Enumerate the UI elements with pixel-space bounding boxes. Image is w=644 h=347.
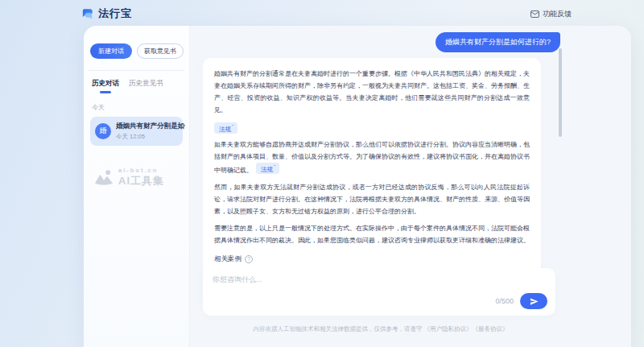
main-card: 新建对话 获取意见书 历史对话 历史意见书 今天 婚 婚姻共有财产分割是如何..… bbox=[84, 26, 631, 347]
answer-paragraph: 如果夫妻双方能够自愿协商并达成财产分割协议，那么他们可以依据协议进行分割。协议内… bbox=[214, 138, 530, 176]
chat-item-title: 婚姻共有财产分割是如何... bbox=[116, 122, 185, 131]
watermark-logo-icon bbox=[93, 169, 114, 185]
brand-name: 法行宝 bbox=[98, 6, 132, 21]
citation-row: 法规ˆ bbox=[214, 119, 530, 134]
get-opinion-button[interactable]: 获取意见书 bbox=[137, 43, 184, 59]
law-citation-tag[interactable]: 法规ˆ bbox=[214, 122, 237, 134]
privacy-policy-link[interactable]: 《用户隐私协议》 bbox=[424, 325, 473, 333]
top-header: 法行宝 功能反馈 bbox=[0, 0, 644, 26]
disclaimer-text: 内容依据人工智能技术和相关法律数据提供，仅供参考，请遵守 bbox=[253, 325, 422, 333]
history-chat-item[interactable]: 婚 婚姻共有财产分割是如何... 今天 12:05 bbox=[90, 117, 183, 146]
mail-icon bbox=[530, 10, 539, 18]
brand-logo: 法行宝 bbox=[80, 6, 132, 21]
char-counter: 0/500 bbox=[495, 297, 514, 305]
law-citation-label: 法规 bbox=[261, 166, 273, 173]
new-chat-button[interactable]: 新建对话 bbox=[90, 43, 132, 59]
related-cases-header: 相关案例 ? bbox=[214, 254, 530, 264]
user-message-bubble: 婚姻共有财产分割是如何进行的? bbox=[436, 32, 560, 52]
watermark-title: AI工具集 bbox=[118, 174, 164, 188]
chat-avatar: 婚 bbox=[95, 123, 111, 139]
chat-item-meta: 婚姻共有财产分割是如何... 今天 12:05 bbox=[116, 122, 185, 141]
citation-caret-icon: ˆ bbox=[274, 164, 275, 169]
law-citation-tag[interactable]: 法规ˆ bbox=[256, 163, 279, 174]
message-input-card: 0/500 bbox=[203, 268, 555, 316]
citation-caret-icon: ˆ bbox=[232, 124, 233, 129]
disclaimer: 内容依据人工智能技术和相关法律数据提供，仅供参考，请遵守 《用户隐私协议》《服务… bbox=[203, 325, 559, 333]
sidebar-divider bbox=[89, 70, 184, 71]
answer-paragraph: 需要注意的是，以上只是一般情况下的处理方式。在实际操作中，由于每个案件的具体情况… bbox=[214, 222, 530, 246]
page-background: 法行宝 功能反馈 新建对话 获取意见书 历史对话 历史意见书 今天 bbox=[0, 0, 644, 347]
watermark-domain: ai-bot.cn bbox=[118, 167, 164, 174]
feedback-link[interactable]: 功能反馈 bbox=[530, 9, 572, 19]
tab-history-chats[interactable]: 历史对话 bbox=[92, 79, 119, 93]
answer-paragraph: 然而，如果夫妻双方无法就财产分割达成协议，或者一方对已经达成的协议反悔，那么可以… bbox=[214, 181, 530, 217]
tab-history-opinions[interactable]: 历史意见书 bbox=[129, 79, 163, 93]
terms-link[interactable]: 《服务协议》 bbox=[473, 325, 509, 333]
brand-logo-icon bbox=[80, 7, 94, 21]
chat-item-time: 今天 12:05 bbox=[116, 133, 185, 141]
answer-paragraph: 婚姻共有财产的分割通常是在夫妻离婚时进行的一个重要步骤。根据《中华人民共和国民法… bbox=[214, 68, 530, 116]
input-footer: 0/500 bbox=[495, 293, 547, 309]
related-cases-title: 相关案例 bbox=[214, 254, 242, 264]
chat-panel: 婚姻共有财产分割是如何进行的? 婚姻共有财产的分割通常是在夫妻离婚时进行的一个重… bbox=[190, 26, 631, 347]
chat-scrollbar[interactable] bbox=[559, 48, 562, 137]
history-group-label: 今天 bbox=[90, 103, 183, 112]
sidebar: 新建对话 获取意见书 历史对话 历史意见书 今天 婚 婚姻共有财产分割是如何..… bbox=[84, 26, 190, 347]
feedback-label: 功能反馈 bbox=[543, 9, 572, 19]
assistant-answer-card: 婚姻共有财产的分割通常是在夫妻离婚时进行的一个重要步骤。根据《中华人民共和国民法… bbox=[203, 58, 541, 304]
watermark: ai-bot.cn AI工具集 bbox=[90, 167, 183, 188]
law-citation-label: 法规 bbox=[219, 125, 231, 132]
send-button[interactable] bbox=[520, 293, 547, 309]
info-icon[interactable]: ? bbox=[245, 255, 253, 263]
send-icon bbox=[530, 297, 539, 306]
history-tabs: 历史对话 历史意见书 bbox=[90, 79, 183, 93]
